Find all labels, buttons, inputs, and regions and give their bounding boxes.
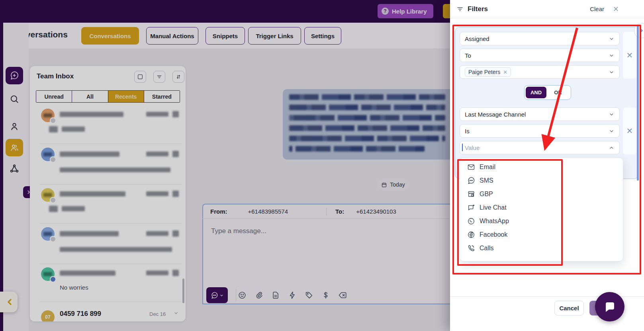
- modal-overlay[interactable]: [0, 0, 450, 331]
- annotation-arrow: [450, 0, 644, 199]
- chat-widget-icon: [603, 300, 616, 313]
- cancel-button[interactable]: Cancel: [554, 301, 584, 315]
- app-root: ? Help Library Conversations Conversatio…: [0, 0, 644, 331]
- chat-widget-button[interactable]: [595, 292, 624, 321]
